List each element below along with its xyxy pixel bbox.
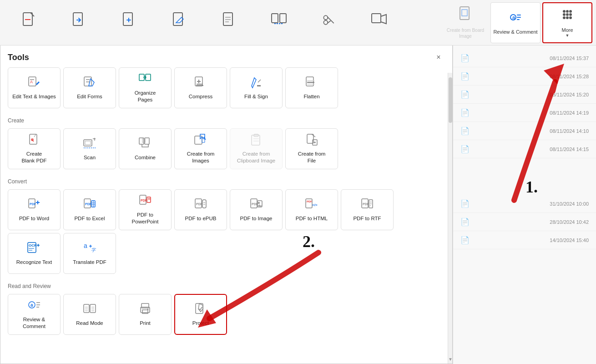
section-edit: A Edit Text & Images [8,67,445,108]
svg-text:a: a [30,303,33,308]
toolbar-review-comment[interactable]: a Review & Comment [490,2,540,43]
tool-pdf-image[interactable]: PDF PDF to Image [230,189,283,230]
tool-fill-sign[interactable]: Fill & Sign [230,67,283,108]
organize-pages-icon [138,72,152,87]
share-icon [71,12,86,31]
svg-text:a: a [512,15,515,20]
tool-translate-pdf[interactable]: a 字 Translate PDF [63,233,116,274]
tool-edit-text-images[interactable]: A Edit Text & Images [8,67,61,108]
toolbar-btn-3[interactable] [104,2,154,43]
toolbar-btn-1[interactable] [4,2,54,43]
file-row-5[interactable]: 📄 08/11/2024 14:15 [453,140,596,158]
toolbar-more-btn[interactable]: More ▼ [542,2,592,43]
toolbar-btn-5[interactable] [204,2,254,43]
tool-protect[interactable]: Protect [174,294,227,335]
svg-point-27 [566,16,569,19]
more-grid-icon [560,7,575,25]
file-row-6[interactable]: 📄 31/10/2024 10:00 [453,195,596,213]
tool-compress[interactable]: Compress [174,67,227,108]
toolbar-btn-7[interactable] [304,2,354,43]
tool-create-file[interactable]: Create fromFile [285,128,338,169]
review-comment-tool-label: Review &Comment [23,316,45,330]
tool-pdf-rtf[interactable]: PDF PDF to RTF [341,189,394,230]
clipboard-icon [250,133,263,148]
tool-organize-pages[interactable]: OrganizePages [119,67,172,108]
translate-pdf-label: Translate PDF [73,259,106,266]
file-row-0[interactable]: 📄 08/11/2024 15:37 [453,49,596,67]
tools-title: Tools [8,53,29,62]
convert-grid: PDF PDF to Word PDF [8,189,445,230]
tool-read-mode[interactable]: Read Mode [63,294,116,335]
convert-section-title: Convert [8,178,445,185]
tool-scan[interactable]: Scan [63,128,116,169]
svg-rect-15 [372,14,381,23]
file-icon-3: 📄 [460,108,470,117]
pdf-image-label: PDF to Image [240,215,273,222]
file-date-5: 08/11/2024 14:15 [550,147,589,152]
tool-pdf-excel[interactable]: PDF PDF to Excel [63,189,116,230]
svg-rect-10 [280,14,286,23]
svg-rect-2 [73,13,82,25]
svg-point-28 [569,16,572,19]
file-row-1[interactable]: 📄 08/11/2024 15:28 [453,67,596,86]
svg-rect-1 [25,19,30,20]
tool-edit-forms[interactable]: Edit Forms [63,67,116,108]
scrollbar[interactable]: ▼ [448,73,452,364]
svg-rect-3 [123,13,132,25]
tools-body[interactable]: A Edit Text & Images [0,67,452,364]
file-icon-0: 📄 [460,54,470,62]
tool-print[interactable]: Print [119,294,172,335]
svg-text:PDF: PDF [363,202,369,206]
section-review: Read and Review a Review &C [8,283,445,335]
file-row-7[interactable]: 📄 28/10/2024 10:42 [453,213,596,231]
content-area: Tools × A Ed [0,46,596,364]
tool-pdf-ppt[interactable]: PDF PDF toPowerPoint [119,189,172,230]
svg-rect-39 [306,77,313,86]
svg-point-20 [563,10,566,13]
svg-rect-48 [85,141,91,145]
file-date-4: 08/11/2024 14:10 [550,128,589,134]
tool-flatten[interactable]: Flatten [285,67,338,108]
edit-text-icon: A [28,76,40,91]
tool-pdf-epub[interactable]: PDF PDF to ePUB [174,189,227,230]
create-file-icon [305,133,318,148]
toolbar-btn-8[interactable] [354,2,404,43]
pdf-ppt-label: PDF toPowerPoint [132,212,159,225]
file-row-2[interactable]: 📄 08/11/2024 15:20 [453,86,596,104]
svg-rect-17 [462,10,467,16]
review-icon: a [509,10,522,27]
create-grid: CreateBlank PDF Scan [8,128,445,169]
file-date-0: 08/11/2024 15:37 [550,56,589,61]
create-images-label: Create fromImages [187,151,215,164]
file-row-4[interactable]: 📄 08/11/2024 14:10 [453,122,596,140]
split-icon [271,12,287,31]
file-icon-4: 📄 [460,126,470,135]
file-row-8[interactable]: 📄 14/10/2024 15:40 [453,231,596,249]
toolbar-board-label: Create from Board Image [443,27,488,39]
tool-recognize-text[interactable]: OCR Recognize Text [8,233,61,274]
tool-pdf-html[interactable]: PDF </> PDF to HTML [285,189,338,230]
print-label: Print [140,320,151,327]
tool-pdf-word[interactable]: PDF PDF to Word [8,189,61,230]
svg-text:PDF: PDF [30,202,36,206]
toolbar-btn-4[interactable] [154,2,204,43]
edit-forms-icon [83,76,96,91]
tool-create-blank[interactable]: CreateBlank PDF [8,128,61,169]
scroll-thumb[interactable] [449,77,452,123]
scan-icon [83,137,96,152]
recognize-text-label: Recognize Text [16,259,52,266]
tool-create-images[interactable]: Create fromImages [174,128,227,169]
svg-text:PDF: PDF [307,200,312,203]
tool-review-comment[interactable]: a Review &Comment [8,294,61,335]
create-images-icon [194,133,207,148]
toolbar-btn-6[interactable] [254,2,304,43]
file-row-3[interactable]: 📄 08/11/2024 14:19 [453,104,596,122]
toolbar-create-board[interactable]: Create from Board Image [440,2,490,43]
section-convert: Convert PDF PDF to Word [8,178,445,274]
svg-text:a: a [84,242,87,249]
toolbar-btn-2[interactable] [54,2,104,43]
scroll-down-arrow[interactable]: ▼ [448,357,453,362]
tools-close-button[interactable]: × [432,51,445,64]
tool-combine[interactable]: Combine [119,128,172,169]
file-date-8: 14/10/2024 15:40 [550,238,589,243]
